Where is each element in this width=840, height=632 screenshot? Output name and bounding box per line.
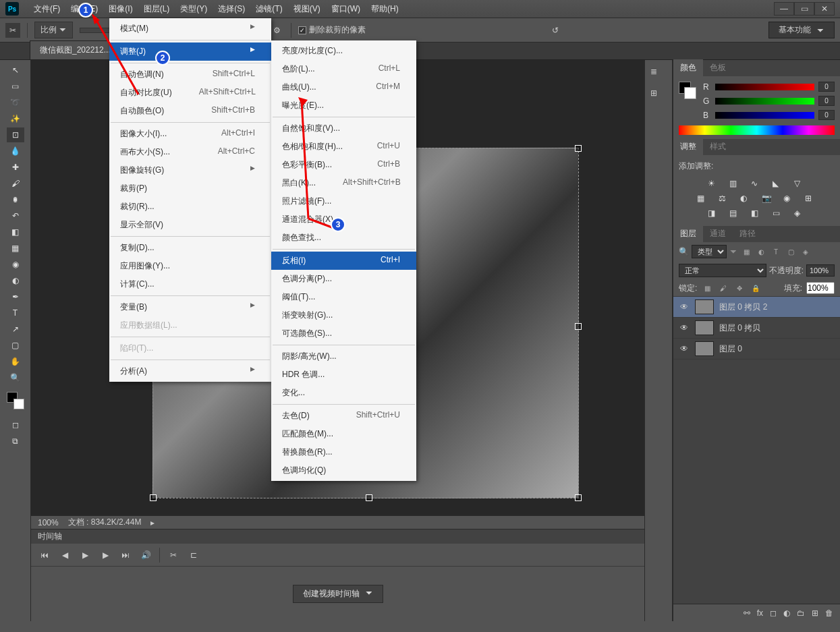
first-frame-icon[interactable]: ⏮ (38, 550, 51, 561)
balance-icon[interactable]: ⚖ (719, 194, 731, 203)
menu-item[interactable]: 曲线(U)...Ctrl+M (271, 78, 416, 96)
hue-icon[interactable]: ▦ (697, 194, 709, 203)
menu-item[interactable]: 分析(A) (109, 362, 271, 380)
b-value[interactable]: 0 (818, 110, 835, 120)
tab-color[interactable]: 颜色 (673, 59, 703, 76)
workspace-dropdown[interactable]: 基本功能⏷ (768, 22, 835, 38)
color-swatch[interactable] (7, 392, 24, 409)
delete-cropped-checkbox[interactable]: ✓删除裁剪的像素 (298, 24, 366, 36)
marquee-tool-icon[interactable]: ▭ (7, 79, 24, 94)
timeline-panel-tab[interactable]: 时间轴 (31, 529, 644, 544)
tab-channels[interactable]: 通道 (703, 225, 733, 242)
blend-mode-dropdown[interactable]: 正常 (679, 264, 766, 277)
tab-layers[interactable]: 图层 (673, 225, 703, 242)
new-layer-icon[interactable]: ⊞ (812, 608, 818, 618)
create-timeline-button[interactable]: 创建视频时间轴⏷ (293, 585, 383, 603)
crop-tool-icon[interactable]: ✂ (5, 23, 20, 38)
ratio-dropdown[interactable]: 比例 ⏷ (34, 22, 73, 38)
r-slider[interactable] (715, 84, 814, 90)
zoom-level[interactable]: 100% (38, 518, 59, 527)
tab-swatches[interactable]: 色板 (703, 59, 733, 76)
gear-icon[interactable]: ⚙ (269, 23, 284, 38)
play-icon[interactable]: ▶ (78, 550, 92, 561)
menu-7[interactable]: 视图(V) (288, 0, 326, 18)
menu-8[interactable]: 窗口(W) (326, 0, 366, 18)
lookup-icon[interactable]: ⊞ (805, 194, 817, 203)
filter-type-icon[interactable]: T (770, 247, 782, 256)
curves-icon[interactable]: ∿ (751, 179, 763, 188)
scissors-icon[interactable]: ✂ (167, 550, 180, 561)
menu-item[interactable]: 变量(B) (109, 298, 271, 316)
visibility-icon[interactable]: 👁 (679, 344, 690, 353)
shape-tool-icon[interactable]: ▢ (7, 338, 24, 353)
pen-tool-icon[interactable]: ✒ (7, 289, 24, 304)
filter-kind-dropdown[interactable]: 类型 (692, 245, 727, 258)
brightness-icon[interactable]: ☀ (708, 179, 720, 188)
menu-item[interactable]: 裁切(R)... (109, 198, 271, 216)
menu-item[interactable]: 匹配颜色(M)... (271, 425, 416, 443)
vibrance-icon[interactable]: ▽ (794, 179, 806, 188)
lock-all-icon[interactable]: 🔒 (750, 283, 762, 293)
fill-input[interactable] (806, 282, 835, 294)
selective-icon[interactable]: ◈ (794, 208, 806, 218)
menu-item[interactable]: 应用图像(Y)... (109, 257, 271, 275)
filter-pixel-icon[interactable]: ▦ (740, 247, 752, 256)
filter-smart-icon[interactable]: ◈ (800, 247, 812, 256)
g-value[interactable]: 0 (818, 96, 835, 106)
opacity-input[interactable] (806, 264, 835, 277)
prev-frame-icon[interactable]: ◀ (58, 550, 72, 561)
zoom-tool-icon[interactable]: 🔍 (7, 370, 24, 385)
filter-shape-icon[interactable]: ▢ (785, 247, 797, 256)
trash-icon[interactable]: 🗑 (825, 608, 833, 618)
levels-icon[interactable]: ▥ (729, 179, 741, 188)
menu-item[interactable]: 色调分离(P)... (271, 270, 416, 288)
brush-tool-icon[interactable]: 🖌 (7, 176, 24, 191)
audio-icon[interactable]: 🔊 (139, 550, 152, 561)
hand-tool-icon[interactable]: ✋ (7, 354, 24, 369)
next-frame-icon[interactable]: ▶ (99, 550, 112, 561)
menu-item[interactable]: 色调均化(Q) (271, 461, 416, 480)
path-tool-icon[interactable]: ↗ (7, 322, 24, 337)
link-layers-icon[interactable]: ⚯ (744, 608, 750, 618)
r-value[interactable]: 0 (818, 82, 835, 92)
mixer-icon[interactable]: ◉ (783, 194, 795, 203)
tab-paths[interactable]: 路径 (733, 225, 762, 242)
wand-tool-icon[interactable]: ✨ (7, 111, 24, 126)
history-panel-icon[interactable]: ≣ (650, 67, 667, 79)
menu-item[interactable]: 亮度/对比度(C)... (271, 42, 416, 60)
blur-tool-icon[interactable]: ◉ (7, 257, 24, 272)
fx-icon[interactable]: fx (757, 608, 763, 618)
menu-item[interactable]: 自动颜色(O)Shift+Ctrl+B (109, 102, 271, 120)
menu-item[interactable]: 裁剪(P) (109, 179, 271, 198)
layer-row[interactable]: 👁图层 0 (673, 339, 840, 360)
threshold-icon[interactable]: ◧ (751, 208, 763, 218)
visibility-icon[interactable]: 👁 (679, 323, 690, 333)
menu-item[interactable]: 显示全部(V) (109, 216, 271, 234)
g-slider[interactable] (715, 98, 814, 105)
menu-6[interactable]: 滤镜(T) (250, 0, 287, 18)
menu-0[interactable]: 文件(F) (28, 0, 65, 18)
type-tool-icon[interactable]: T (7, 306, 24, 320)
invert-icon[interactable]: ◨ (708, 208, 720, 218)
mask-icon[interactable]: ◻ (770, 608, 777, 618)
eyedropper-tool-icon[interactable]: 💧 (7, 144, 24, 159)
close-button[interactable]: ✕ (814, 2, 835, 16)
properties-panel-icon[interactable]: ⊞ (650, 88, 667, 100)
lock-paint-icon[interactable]: 🖌 (717, 283, 729, 293)
lock-move-icon[interactable]: ✥ (733, 283, 746, 293)
maximize-button[interactable]: ▭ (794, 2, 814, 16)
move-tool-icon[interactable]: ↖ (7, 63, 24, 78)
menu-item[interactable]: HDR 色调... (271, 366, 416, 384)
layer-row[interactable]: 👁图层 0 拷贝 (673, 318, 840, 339)
eraser-tool-icon[interactable]: ◧ (7, 225, 24, 239)
menu-item[interactable]: 计算(C)... (109, 275, 271, 293)
group-icon[interactable]: 🗀 (797, 608, 805, 618)
dodge-tool-icon[interactable]: ◐ (7, 273, 24, 288)
heal-tool-icon[interactable]: ✚ (7, 160, 24, 175)
filter-icon[interactable]: 📷 (762, 194, 774, 203)
hue-bar[interactable] (679, 125, 835, 135)
exposure-icon[interactable]: ◣ (773, 179, 785, 188)
b-slider[interactable] (715, 112, 814, 119)
last-frame-icon[interactable]: ⏭ (119, 550, 132, 561)
menu-item[interactable]: 图像大小(I)...Alt+Ctrl+I (109, 125, 271, 143)
